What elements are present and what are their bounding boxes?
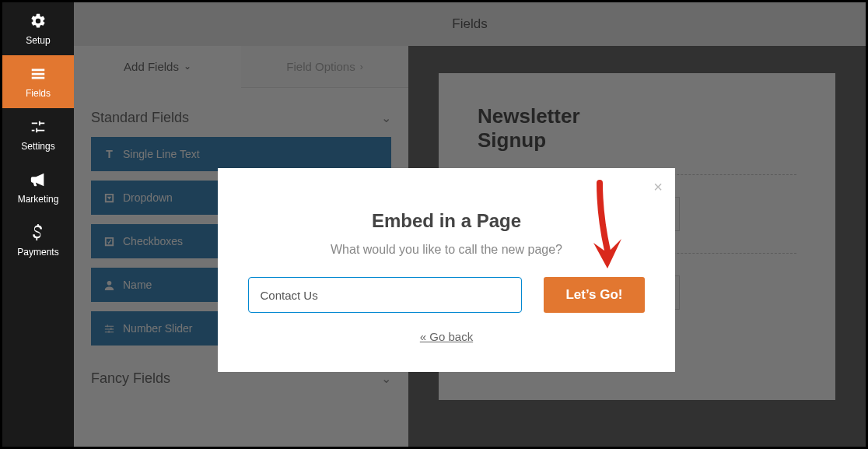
page-title: Fields [452,16,487,32]
field-label: Number Slider [123,322,192,335]
chevron-down-icon: ⌄ [381,110,391,125]
panel-tabs: Add Fields ⌄ Field Options › [74,46,408,88]
modal-title: Embed in a Page [243,210,650,232]
sidebar-label: Settings [21,141,54,152]
chevron-down-icon: ⌄ [184,61,191,72]
checkbox-icon [103,236,115,247]
section-title: Standard Fields [91,110,189,126]
sidebar-label: Marketing [18,194,59,205]
go-back-link[interactable]: « Go back [243,330,650,343]
tab-add-fields[interactable]: Add Fields ⌄ [74,46,241,88]
lets-go-button[interactable]: Let’s Go! [544,277,644,313]
sidebar-item-setup[interactable]: Setup [2,2,74,55]
tab-label: Add Fields [124,60,179,73]
bullhorn-icon [29,170,47,189]
user-icon [103,279,115,291]
modal-subtitle: What would you like to call the new page… [243,243,650,257]
text-icon: T [103,149,115,160]
gear-icon [29,12,47,30]
list-icon [29,65,47,83]
sidebar-label: Payments [17,247,58,258]
field-single-line-text[interactable]: T Single Line Text [91,137,391,171]
sliders-icon [29,118,47,136]
field-label: Dropdown [123,191,173,204]
builder-sidebar: Setup Fields Settings Marketing [2,2,74,447]
sidebar-item-fields[interactable]: Fields [2,55,74,108]
section-title: Fancy Fields [91,370,170,387]
field-label: Checkboxes [123,235,183,247]
sidebar-item-payments[interactable]: Payments [2,214,74,267]
section-standard-fields[interactable]: Standard Fields ⌄ [74,88,408,137]
sidebar-label: Setup [26,35,50,46]
field-label: Name [123,279,152,291]
close-icon[interactable]: × [653,179,663,195]
chevron-down-icon: ⌄ [381,371,391,386]
sidebar-label: Fields [26,88,51,99]
dollar-icon [29,223,47,242]
field-label: Single Line Text [123,148,200,160]
form-title: Newsletter Signup [478,104,796,153]
top-bar: Fields [74,2,866,46]
dropdown-icon [103,192,115,204]
sidebar-item-settings[interactable]: Settings [2,108,74,161]
embed-modal: × Embed in a Page What would you like to… [218,168,675,372]
tab-field-options[interactable]: Field Options › [241,46,408,87]
sidebar-item-marketing[interactable]: Marketing [2,161,74,214]
field-number-slider[interactable]: Number Slider [91,311,236,346]
page-name-input[interactable] [248,277,522,313]
sliders-icon [103,323,115,335]
chevron-right-icon: › [360,61,363,72]
tab-label: Field Options [286,60,355,73]
